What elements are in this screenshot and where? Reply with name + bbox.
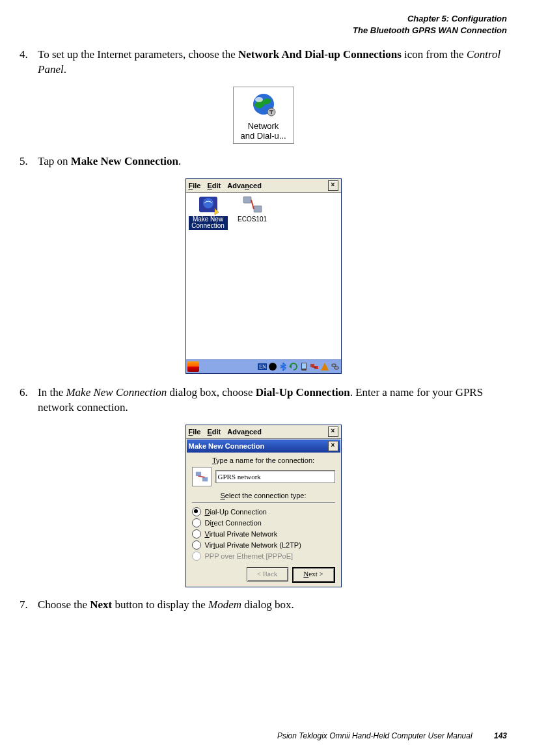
step-text: Choose the Next button to display the Mo…	[38, 598, 507, 613]
radio-icon[interactable]	[192, 540, 201, 550]
menu-bar: File Edit Advanced ×	[186, 179, 341, 193]
close-icon[interactable]: ×	[328, 180, 338, 191]
svg-text:EN: EN	[259, 364, 266, 370]
make-new-connection-icon	[198, 194, 219, 215]
radio-icon[interactable]	[192, 507, 201, 516]
svg-rect-22	[195, 471, 200, 475]
ecos101-item[interactable]: ECOS101	[233, 194, 272, 223]
radio-icon[interactable]	[192, 518, 201, 527]
make-new-connection-window: File Edit Advanced × Make New Connection…	[185, 425, 342, 587]
keyboard-tray-icon[interactable]: EN	[258, 362, 267, 371]
step-7: 7. Choose the Next button to display the…	[20, 598, 507, 613]
globe-icon	[249, 91, 278, 120]
bluetooth-tray-icon[interactable]	[279, 362, 288, 371]
close-icon[interactable]: ×	[328, 427, 338, 437]
connection-name-input[interactable]	[215, 470, 335, 483]
dialog-buttons: < Back Next >	[192, 567, 335, 583]
svg-point-20	[332, 364, 336, 367]
icon-label-line2: and Dial-u...	[235, 131, 292, 141]
menu-advanced[interactable]: Advanced	[227, 428, 262, 436]
menu-edit[interactable]: Edit	[207, 428, 221, 436]
svg-point-12	[269, 363, 277, 371]
step-text: To set up the Internet parameters, choos…	[38, 48, 507, 77]
dialog-body: Type a name for the connection: Select t…	[187, 453, 340, 585]
separator	[192, 502, 335, 503]
radio-direct[interactable]: Direct Connection	[192, 518, 335, 527]
step-5: 5. Tap on Make New Connection.	[20, 154, 507, 169]
connection-type-icon	[192, 467, 212, 486]
dialog-outer: Make New Connection × Type a name for th…	[186, 439, 341, 587]
footer-text: Psion Teklogix Omnii Hand-Held Computer …	[277, 731, 472, 740]
network-tray-icon[interactable]	[310, 362, 319, 371]
taskbar: EN	[186, 359, 341, 373]
figure-control-panel-icon: Network and Dial-u...	[20, 87, 507, 144]
menu-file[interactable]: File	[189, 428, 201, 436]
step-4: 4. To set up the Internet parameters, ch…	[20, 48, 507, 77]
menu-edit[interactable]: Edit	[207, 182, 221, 189]
menu-file[interactable]: File	[189, 182, 201, 189]
connections-content: Make New Connection ECOS101	[186, 193, 341, 359]
svg-rect-15	[302, 363, 306, 369]
header-chapter: Chapter 5: Configuration	[20, 13, 507, 25]
radio-icon	[192, 552, 201, 561]
dialog-close-icon[interactable]: ×	[328, 441, 338, 451]
warning-tray-icon[interactable]	[320, 362, 329, 371]
prompt-name: Type a name for the connection:	[192, 456, 335, 464]
icon-label-line1: Network	[235, 121, 292, 131]
menu-bar: File Edit Advanced ×	[186, 425, 341, 439]
next-button[interactable]: Next >	[292, 567, 335, 583]
dialog-titlebar: Make New Connection ×	[187, 440, 340, 453]
step-number: 5.	[20, 154, 38, 169]
step-number: 4.	[20, 48, 38, 77]
page-footer: Psion Teklogix Omnii Hand-Held Computer …	[277, 731, 507, 740]
menu-advanced[interactable]: Advanced	[227, 182, 262, 189]
ecos101-label: ECOS101	[238, 216, 267, 223]
svg-point-21	[335, 367, 338, 369]
header-section: The Bluetooth GPRS WAN Connection	[20, 25, 507, 36]
radio-dialup[interactable]: Dial-Up Connection	[192, 507, 335, 516]
globe-tray-icon[interactable]	[268, 362, 277, 371]
step-6: 6. In the Make New Connection dialog box…	[20, 385, 507, 415]
page-header: Chapter 5: Configuration The Bluetooth G…	[20, 13, 507, 36]
step-text: Tap on Make New Connection.	[38, 154, 507, 169]
system-tray: EN	[258, 362, 340, 371]
sync-tray-icon[interactable]	[289, 362, 298, 371]
radio-vpn[interactable]: Virtual Private Network	[192, 529, 335, 539]
start-button[interactable]	[187, 361, 199, 372]
step-number: 7.	[20, 598, 38, 613]
svg-rect-4	[271, 111, 272, 114]
radio-icon[interactable]	[192, 529, 201, 539]
connections-window: File Edit Advanced × Make New Connection	[185, 178, 342, 374]
make-new-connection-label: Make New Connection	[189, 216, 228, 230]
svg-rect-8	[243, 197, 251, 203]
svg-rect-9	[254, 206, 262, 212]
network-dialup-icon[interactable]: Network and Dial-u...	[233, 87, 294, 144]
radio-vpn-l2tp[interactable]: Virtual Private Network (L2TP)	[192, 540, 335, 550]
svg-rect-16	[310, 364, 314, 367]
pda-tray-icon[interactable]	[299, 362, 308, 371]
figure-connections-window: File Edit Advanced × Make New Connection	[20, 178, 507, 375]
svg-rect-23	[202, 477, 207, 481]
connection-icon	[242, 194, 263, 215]
prompt-type: Select the connection type:	[192, 492, 335, 499]
svg-point-1	[255, 97, 263, 102]
step-number: 6.	[20, 385, 38, 415]
make-new-connection-item[interactable]: Make New Connection	[189, 194, 228, 230]
step-text: In the Make New Connection dialog box, c…	[38, 385, 507, 415]
dialog-title: Make New Connection	[189, 442, 265, 450]
svg-rect-3	[269, 110, 273, 111]
page-number: 143	[494, 731, 507, 740]
link-tray-icon[interactable]	[331, 362, 340, 371]
svg-marker-19	[321, 363, 329, 371]
back-button: < Back	[247, 567, 288, 581]
figure-make-new-connection-dialog: File Edit Advanced × Make New Connection…	[20, 425, 507, 587]
radio-pppoe: PPP over Ethernet [PPPoE]	[192, 552, 335, 561]
